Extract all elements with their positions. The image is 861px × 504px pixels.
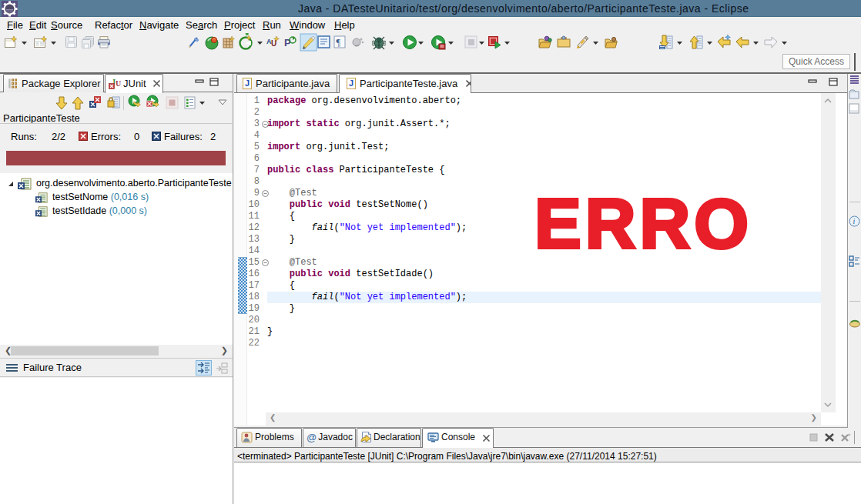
svg-text:i: i <box>853 217 856 225</box>
svg-text:U: U <box>116 79 121 88</box>
svg-text:¶: ¶ <box>337 37 341 48</box>
svg-text:U: U <box>271 39 276 48</box>
svg-text:J: J <box>245 78 250 88</box>
svg-text:J: J <box>349 78 353 88</box>
